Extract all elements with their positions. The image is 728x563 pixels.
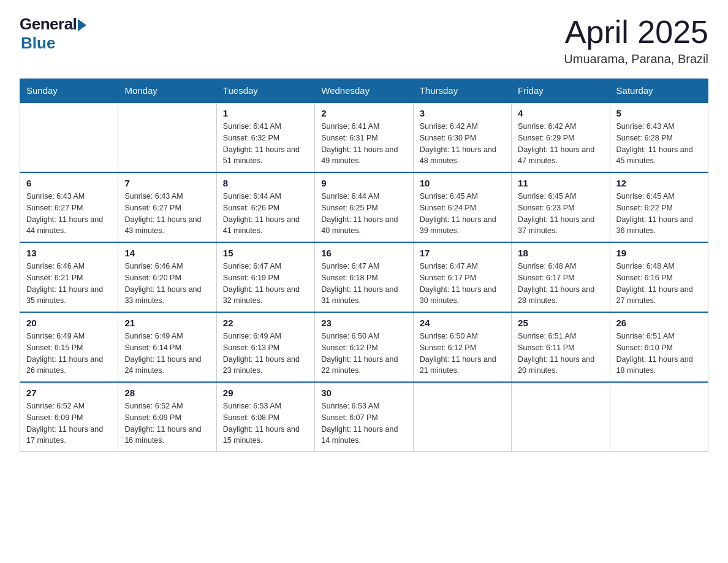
calendar-cell: 3Sunrise: 6:42 AMSunset: 6:30 PMDaylight… xyxy=(413,102,511,172)
calendar-cell xyxy=(610,382,708,452)
calendar-cell: 2Sunrise: 6:41 AMSunset: 6:31 PMDaylight… xyxy=(315,102,413,172)
day-number: 12 xyxy=(616,178,702,188)
day-info: Sunrise: 6:49 AMSunset: 6:14 PMDaylight:… xyxy=(124,331,210,377)
day-number: 14 xyxy=(124,248,210,258)
day-info: Sunrise: 6:46 AMSunset: 6:21 PMDaylight:… xyxy=(26,261,112,307)
day-number: 22 xyxy=(223,318,308,328)
day-number: 11 xyxy=(518,178,603,188)
day-info: Sunrise: 6:48 AMSunset: 6:17 PMDaylight:… xyxy=(518,261,603,307)
day-info: Sunrise: 6:53 AMSunset: 6:08 PMDaylight:… xyxy=(223,400,308,446)
week-row-3: 13Sunrise: 6:46 AMSunset: 6:21 PMDayligh… xyxy=(20,242,708,312)
day-number: 23 xyxy=(321,318,406,328)
day-info: Sunrise: 6:51 AMSunset: 6:10 PMDaylight:… xyxy=(616,331,702,377)
day-info: Sunrise: 6:44 AMSunset: 6:25 PMDaylight:… xyxy=(321,191,406,237)
calendar-cell: 11Sunrise: 6:45 AMSunset: 6:23 PMDayligh… xyxy=(512,172,610,242)
calendar-cell: 28Sunrise: 6:52 AMSunset: 6:09 PMDayligh… xyxy=(118,382,216,452)
day-number: 10 xyxy=(420,178,505,188)
day-number: 13 xyxy=(26,248,112,258)
day-info: Sunrise: 6:45 AMSunset: 6:23 PMDaylight:… xyxy=(518,191,603,237)
day-number: 16 xyxy=(321,248,406,258)
weekday-header-thursday: Thursday xyxy=(413,79,511,103)
day-info: Sunrise: 6:50 AMSunset: 6:12 PMDaylight:… xyxy=(420,331,505,377)
day-info: Sunrise: 6:46 AMSunset: 6:20 PMDaylight:… xyxy=(124,261,210,307)
day-info: Sunrise: 6:47 AMSunset: 6:19 PMDaylight:… xyxy=(223,261,308,307)
title-block: April 2025 Umuarama, Parana, Brazil xyxy=(564,15,708,66)
day-info: Sunrise: 6:53 AMSunset: 6:07 PMDaylight:… xyxy=(321,400,406,446)
day-info: Sunrise: 6:42 AMSunset: 6:29 PMDaylight:… xyxy=(518,121,603,167)
calendar-cell: 22Sunrise: 6:49 AMSunset: 6:13 PMDayligh… xyxy=(216,312,314,382)
day-info: Sunrise: 6:47 AMSunset: 6:18 PMDaylight:… xyxy=(321,261,406,307)
day-info: Sunrise: 6:42 AMSunset: 6:30 PMDaylight:… xyxy=(420,121,505,167)
day-number: 24 xyxy=(420,318,505,328)
calendar-cell: 13Sunrise: 6:46 AMSunset: 6:21 PMDayligh… xyxy=(20,242,118,312)
day-number: 30 xyxy=(321,388,406,398)
calendar-cell: 20Sunrise: 6:49 AMSunset: 6:15 PMDayligh… xyxy=(20,312,118,382)
day-info: Sunrise: 6:52 AMSunset: 6:09 PMDaylight:… xyxy=(124,400,210,446)
day-number: 20 xyxy=(26,318,112,328)
calendar-cell: 19Sunrise: 6:48 AMSunset: 6:16 PMDayligh… xyxy=(610,242,708,312)
calendar-cell: 17Sunrise: 6:47 AMSunset: 6:17 PMDayligh… xyxy=(413,242,511,312)
logo-blue-text: Blue xyxy=(21,34,55,53)
calendar-cell: 12Sunrise: 6:45 AMSunset: 6:22 PMDayligh… xyxy=(610,172,708,242)
week-row-5: 27Sunrise: 6:52 AMSunset: 6:09 PMDayligh… xyxy=(20,382,708,452)
calendar-cell: 30Sunrise: 6:53 AMSunset: 6:07 PMDayligh… xyxy=(315,382,413,452)
logo-arrow-icon xyxy=(78,19,86,31)
day-info: Sunrise: 6:49 AMSunset: 6:15 PMDaylight:… xyxy=(26,331,112,377)
weekday-header-sunday: Sunday xyxy=(20,79,118,103)
day-number: 15 xyxy=(223,248,308,258)
day-number: 6 xyxy=(26,178,112,188)
calendar-table: SundayMondayTuesdayWednesdayThursdayFrid… xyxy=(20,79,708,452)
day-info: Sunrise: 6:44 AMSunset: 6:26 PMDaylight:… xyxy=(223,191,308,237)
day-info: Sunrise: 6:49 AMSunset: 6:13 PMDaylight:… xyxy=(223,331,308,377)
page-header: General Blue April 2025 Umuarama, Parana… xyxy=(20,15,708,66)
calendar-cell: 29Sunrise: 6:53 AMSunset: 6:08 PMDayligh… xyxy=(216,382,314,452)
day-number: 7 xyxy=(124,178,210,188)
day-number: 2 xyxy=(321,108,406,118)
calendar-cell: 16Sunrise: 6:47 AMSunset: 6:18 PMDayligh… xyxy=(315,242,413,312)
month-title: April 2025 xyxy=(564,15,708,50)
day-info: Sunrise: 6:47 AMSunset: 6:17 PMDaylight:… xyxy=(420,261,505,307)
calendar-cell: 6Sunrise: 6:43 AMSunset: 6:27 PMDaylight… xyxy=(20,172,118,242)
calendar-cell: 23Sunrise: 6:50 AMSunset: 6:12 PMDayligh… xyxy=(315,312,413,382)
calendar-cell: 9Sunrise: 6:44 AMSunset: 6:25 PMDaylight… xyxy=(315,172,413,242)
day-number: 25 xyxy=(518,318,603,328)
day-info: Sunrise: 6:48 AMSunset: 6:16 PMDaylight:… xyxy=(616,261,702,307)
calendar-cell xyxy=(512,382,610,452)
calendar-cell: 15Sunrise: 6:47 AMSunset: 6:19 PMDayligh… xyxy=(216,242,314,312)
weekday-header-row: SundayMondayTuesdayWednesdayThursdayFrid… xyxy=(20,79,708,103)
day-info: Sunrise: 6:45 AMSunset: 6:22 PMDaylight:… xyxy=(616,191,702,237)
calendar-cell: 8Sunrise: 6:44 AMSunset: 6:26 PMDaylight… xyxy=(216,172,314,242)
day-number: 1 xyxy=(223,108,308,118)
calendar-cell: 27Sunrise: 6:52 AMSunset: 6:09 PMDayligh… xyxy=(20,382,118,452)
calendar-cell: 10Sunrise: 6:45 AMSunset: 6:24 PMDayligh… xyxy=(413,172,511,242)
day-info: Sunrise: 6:51 AMSunset: 6:11 PMDaylight:… xyxy=(518,331,603,377)
calendar-cell: 14Sunrise: 6:46 AMSunset: 6:20 PMDayligh… xyxy=(118,242,216,312)
day-number: 28 xyxy=(124,388,210,398)
calendar-cell xyxy=(20,102,118,172)
weekday-header-friday: Friday xyxy=(512,79,610,103)
calendar-cell: 21Sunrise: 6:49 AMSunset: 6:14 PMDayligh… xyxy=(118,312,216,382)
day-info: Sunrise: 6:43 AMSunset: 6:27 PMDaylight:… xyxy=(26,191,112,237)
day-info: Sunrise: 6:43 AMSunset: 6:28 PMDaylight:… xyxy=(616,121,702,167)
calendar-cell: 7Sunrise: 6:43 AMSunset: 6:27 PMDaylight… xyxy=(118,172,216,242)
day-number: 21 xyxy=(124,318,210,328)
calendar-cell: 1Sunrise: 6:41 AMSunset: 6:32 PMDaylight… xyxy=(216,102,314,172)
calendar-cell: 26Sunrise: 6:51 AMSunset: 6:10 PMDayligh… xyxy=(610,312,708,382)
logo-general-text: General xyxy=(20,15,77,34)
logo: General Blue xyxy=(20,15,86,53)
calendar-cell: 25Sunrise: 6:51 AMSunset: 6:11 PMDayligh… xyxy=(512,312,610,382)
day-number: 17 xyxy=(420,248,505,258)
calendar-cell: 24Sunrise: 6:50 AMSunset: 6:12 PMDayligh… xyxy=(413,312,511,382)
calendar-cell xyxy=(118,102,216,172)
day-number: 9 xyxy=(321,178,406,188)
day-info: Sunrise: 6:41 AMSunset: 6:32 PMDaylight:… xyxy=(223,121,308,167)
weekday-header-saturday: Saturday xyxy=(610,79,708,103)
day-info: Sunrise: 6:43 AMSunset: 6:27 PMDaylight:… xyxy=(124,191,210,237)
day-number: 4 xyxy=(518,108,603,118)
calendar-cell xyxy=(413,382,511,452)
calendar-cell: 5Sunrise: 6:43 AMSunset: 6:28 PMDaylight… xyxy=(610,102,708,172)
calendar-cell: 4Sunrise: 6:42 AMSunset: 6:29 PMDaylight… xyxy=(512,102,610,172)
week-row-2: 6Sunrise: 6:43 AMSunset: 6:27 PMDaylight… xyxy=(20,172,708,242)
week-row-1: 1Sunrise: 6:41 AMSunset: 6:32 PMDaylight… xyxy=(20,102,708,172)
location-text: Umuarama, Parana, Brazil xyxy=(564,52,708,66)
